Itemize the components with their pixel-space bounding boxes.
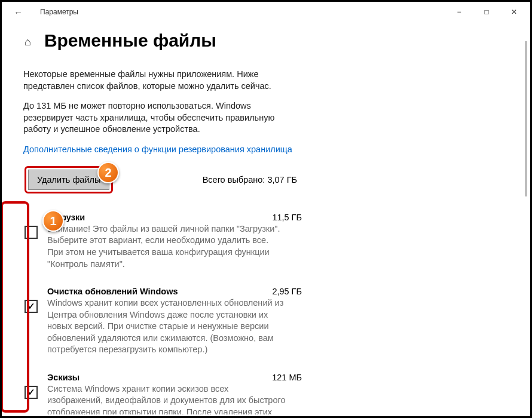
- list-item: Загрузки 11,5 ГБ Внимание! Это файлы из …: [25, 209, 310, 283]
- checkbox-downloads[interactable]: [25, 226, 38, 239]
- home-icon[interactable]: ⌂: [25, 36, 31, 48]
- checkbox-windows-update-cleanup[interactable]: [25, 300, 38, 313]
- intro-paragraph-2: До 131 МБ не может повторно использовать…: [23, 100, 286, 136]
- item-size: 11,5 ГБ: [272, 213, 310, 222]
- item-title: Эскизы: [47, 373, 80, 382]
- window-title: Параметры: [29, 8, 445, 16]
- scrollbar[interactable]: [525, 41, 527, 196]
- item-description: Windows хранит копии всех установленных …: [47, 297, 286, 356]
- intro-paragraph-1: Некоторые временные файлы нужны приложен…: [23, 69, 286, 92]
- maximize-button[interactable]: □: [473, 3, 500, 21]
- item-title: Загрузки: [47, 213, 85, 222]
- remove-files-button[interactable]: Удалить файлы: [28, 170, 109, 190]
- minimize-button[interactable]: −: [445, 3, 473, 21]
- temp-files-list: Загрузки 11,5 ГБ Внимание! Это файлы из …: [23, 209, 310, 414]
- close-button[interactable]: ✕: [500, 3, 528, 21]
- list-item: Эскизы 121 МБ Система Windows хранит коп…: [25, 369, 310, 414]
- item-description: Система Windows хранит копии эскизов все…: [47, 383, 286, 414]
- checkbox-thumbnails[interactable]: [25, 386, 38, 399]
- item-title: Очистка обновлений Windows: [47, 287, 178, 296]
- list-item: Очистка обновлений Windows 2,95 ГБ Windo…: [25, 283, 310, 369]
- item-size: 2,95 ГБ: [272, 287, 310, 296]
- storage-reserve-link[interactable]: Дополнительные сведения о функции резерв…: [23, 145, 292, 154]
- item-description: Внимание! Это файлы из вашей личной папк…: [47, 223, 286, 270]
- annotation-highlight-remove: Удалить файлы: [25, 166, 113, 193]
- back-button[interactable]: ←: [14, 7, 29, 17]
- selected-total-label: Всего выбрано: 3,07 ГБ: [203, 175, 304, 185]
- item-size: 121 МБ: [272, 373, 310, 382]
- page-title: Временные файлы: [44, 30, 216, 51]
